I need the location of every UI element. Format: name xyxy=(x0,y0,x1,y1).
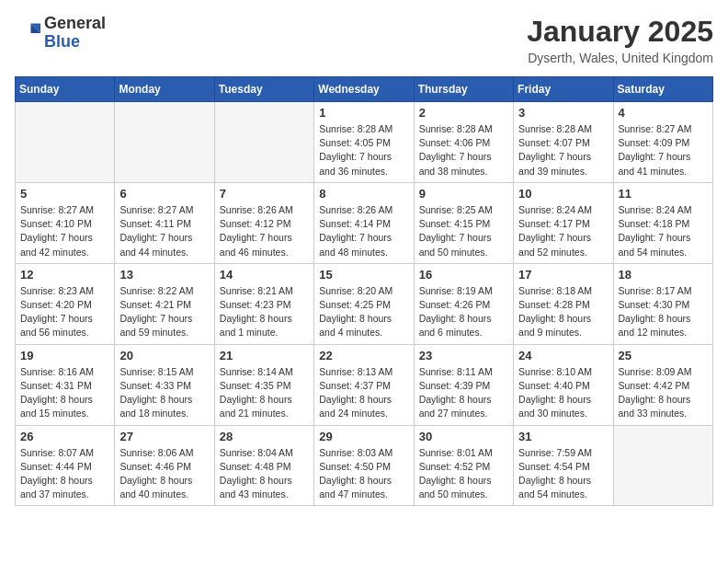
calendar-cell: 28Sunrise: 8:04 AM Sunset: 4:48 PM Dayli… xyxy=(214,425,313,506)
calendar-week-row: 26Sunrise: 8:07 AM Sunset: 4:44 PM Dayli… xyxy=(16,425,713,506)
day-info: Sunrise: 8:25 AM Sunset: 4:15 PM Dayligh… xyxy=(419,203,508,259)
day-info: Sunrise: 8:27 AM Sunset: 4:09 PM Dayligh… xyxy=(619,122,708,178)
calendar: SundayMondayTuesdayWednesdayThursdayFrid… xyxy=(15,76,713,506)
day-info: Sunrise: 8:28 AM Sunset: 4:07 PM Dayligh… xyxy=(518,122,608,178)
calendar-cell: 22Sunrise: 8:13 AM Sunset: 4:37 PM Dayli… xyxy=(314,344,414,425)
day-number: 30 xyxy=(419,430,508,443)
day-number: 22 xyxy=(319,349,408,362)
calendar-cell: 10Sunrise: 8:24 AM Sunset: 4:17 PM Dayli… xyxy=(514,182,613,263)
day-number: 5 xyxy=(20,187,109,201)
day-info: Sunrise: 8:09 AM Sunset: 4:42 PM Dayligh… xyxy=(619,365,708,421)
day-number: 1 xyxy=(319,106,408,120)
calendar-cell: 24Sunrise: 8:10 AM Sunset: 4:40 PM Dayli… xyxy=(514,344,613,425)
day-info: Sunrise: 8:14 AM Sunset: 4:35 PM Dayligh… xyxy=(220,365,309,421)
calendar-cell: 17Sunrise: 8:18 AM Sunset: 4:28 PM Dayli… xyxy=(514,263,613,344)
calendar-week-row: 19Sunrise: 8:16 AM Sunset: 4:31 PM Dayli… xyxy=(16,344,713,425)
day-info: Sunrise: 8:06 AM Sunset: 4:46 PM Dayligh… xyxy=(119,446,209,502)
day-number: 31 xyxy=(518,430,608,443)
calendar-cell xyxy=(16,102,115,183)
calendar-cell: 18Sunrise: 8:17 AM Sunset: 4:30 PM Dayli… xyxy=(613,263,712,344)
day-number: 10 xyxy=(518,187,608,201)
calendar-cell: 25Sunrise: 8:09 AM Sunset: 4:42 PM Dayli… xyxy=(613,344,712,425)
day-number: 16 xyxy=(419,268,508,282)
day-info: Sunrise: 8:24 AM Sunset: 4:18 PM Dayligh… xyxy=(619,203,708,259)
day-info: Sunrise: 7:59 AM Sunset: 4:54 PM Dayligh… xyxy=(518,446,608,502)
day-info: Sunrise: 8:15 AM Sunset: 4:33 PM Dayligh… xyxy=(119,365,209,421)
day-info: Sunrise: 8:26 AM Sunset: 4:12 PM Dayligh… xyxy=(220,203,309,259)
day-info: Sunrise: 8:27 AM Sunset: 4:10 PM Dayligh… xyxy=(20,203,109,259)
day-number: 25 xyxy=(619,349,708,362)
calendar-cell: 3Sunrise: 8:28 AM Sunset: 4:07 PM Daylig… xyxy=(514,102,613,183)
day-number: 14 xyxy=(220,268,309,282)
calendar-cell: 6Sunrise: 8:27 AM Sunset: 4:11 PM Daylig… xyxy=(115,182,214,263)
day-number: 9 xyxy=(419,187,508,201)
calendar-cell: 1Sunrise: 8:28 AM Sunset: 4:05 PM Daylig… xyxy=(314,102,414,183)
day-info: Sunrise: 8:24 AM Sunset: 4:17 PM Dayligh… xyxy=(518,203,608,259)
day-number: 19 xyxy=(20,349,109,362)
day-info: Sunrise: 8:11 AM Sunset: 4:39 PM Dayligh… xyxy=(419,365,508,421)
calendar-cell: 8Sunrise: 8:26 AM Sunset: 4:14 PM Daylig… xyxy=(314,182,414,263)
calendar-cell xyxy=(613,425,712,506)
calendar-cell: 21Sunrise: 8:14 AM Sunset: 4:35 PM Dayli… xyxy=(214,344,313,425)
calendar-cell: 20Sunrise: 8:15 AM Sunset: 4:33 PM Dayli… xyxy=(115,344,214,425)
day-info: Sunrise: 8:27 AM Sunset: 4:11 PM Dayligh… xyxy=(119,203,209,259)
calendar-cell: 23Sunrise: 8:11 AM Sunset: 4:39 PM Dayli… xyxy=(414,344,513,425)
calendar-cell: 7Sunrise: 8:26 AM Sunset: 4:12 PM Daylig… xyxy=(214,182,313,263)
calendar-cell: 14Sunrise: 8:21 AM Sunset: 4:23 PM Dayli… xyxy=(214,263,313,344)
day-info: Sunrise: 8:01 AM Sunset: 4:52 PM Dayligh… xyxy=(419,446,508,502)
day-number: 17 xyxy=(518,268,608,282)
calendar-week-row: 5Sunrise: 8:27 AM Sunset: 4:10 PM Daylig… xyxy=(16,182,713,263)
calendar-cell: 31Sunrise: 7:59 AM Sunset: 4:54 PM Dayli… xyxy=(514,425,613,506)
calendar-day-header: Tuesday xyxy=(214,77,313,102)
logo-text: General Blue xyxy=(44,15,106,52)
day-number: 8 xyxy=(319,187,408,201)
calendar-cell: 19Sunrise: 8:16 AM Sunset: 4:31 PM Dayli… xyxy=(16,344,115,425)
day-info: Sunrise: 8:07 AM Sunset: 4:44 PM Dayligh… xyxy=(20,446,109,502)
calendar-cell: 29Sunrise: 8:03 AM Sunset: 4:50 PM Dayli… xyxy=(314,425,414,506)
day-number: 2 xyxy=(419,106,508,120)
day-number: 21 xyxy=(220,349,309,362)
day-info: Sunrise: 8:13 AM Sunset: 4:37 PM Dayligh… xyxy=(319,365,408,421)
calendar-day-header: Friday xyxy=(514,77,613,102)
day-info: Sunrise: 8:22 AM Sunset: 4:21 PM Dayligh… xyxy=(119,284,209,340)
day-info: Sunrise: 8:28 AM Sunset: 4:06 PM Dayligh… xyxy=(419,122,508,178)
calendar-cell: 16Sunrise: 8:19 AM Sunset: 4:26 PM Dayli… xyxy=(414,263,513,344)
calendar-cell: 15Sunrise: 8:20 AM Sunset: 4:25 PM Dayli… xyxy=(314,263,414,344)
calendar-cell: 9Sunrise: 8:25 AM Sunset: 4:15 PM Daylig… xyxy=(414,182,513,263)
calendar-day-header: Saturday xyxy=(613,77,712,102)
title-block: January 2025 Dyserth, Wales, United King… xyxy=(527,15,713,65)
day-info: Sunrise: 8:21 AM Sunset: 4:23 PM Dayligh… xyxy=(220,284,309,340)
calendar-week-row: 12Sunrise: 8:23 AM Sunset: 4:20 PM Dayli… xyxy=(16,263,713,344)
day-number: 3 xyxy=(518,106,608,120)
calendar-header-row: SundayMondayTuesdayWednesdayThursdayFrid… xyxy=(16,77,713,102)
day-info: Sunrise: 8:04 AM Sunset: 4:48 PM Dayligh… xyxy=(220,446,309,502)
day-info: Sunrise: 8:18 AM Sunset: 4:28 PM Dayligh… xyxy=(518,284,608,340)
day-info: Sunrise: 8:23 AM Sunset: 4:20 PM Dayligh… xyxy=(20,284,109,340)
month-year: January 2025 xyxy=(527,15,713,49)
day-number: 27 xyxy=(119,430,209,443)
calendar-cell: 30Sunrise: 8:01 AM Sunset: 4:52 PM Dayli… xyxy=(414,425,513,506)
day-info: Sunrise: 8:20 AM Sunset: 4:25 PM Dayligh… xyxy=(319,284,408,340)
calendar-cell: 4Sunrise: 8:27 AM Sunset: 4:09 PM Daylig… xyxy=(613,102,712,183)
calendar-cell xyxy=(214,102,313,183)
day-number: 24 xyxy=(518,349,608,362)
day-number: 4 xyxy=(619,106,708,120)
location: Dyserth, Wales, United Kingdom xyxy=(527,51,713,65)
calendar-week-row: 1Sunrise: 8:28 AM Sunset: 4:05 PM Daylig… xyxy=(16,102,713,183)
day-info: Sunrise: 8:26 AM Sunset: 4:14 PM Dayligh… xyxy=(319,203,408,259)
logo-icon xyxy=(15,20,40,46)
day-number: 12 xyxy=(20,268,109,282)
day-info: Sunrise: 8:19 AM Sunset: 4:26 PM Dayligh… xyxy=(419,284,508,340)
day-number: 26 xyxy=(20,430,109,443)
day-info: Sunrise: 8:17 AM Sunset: 4:30 PM Dayligh… xyxy=(619,284,708,340)
calendar-cell: 11Sunrise: 8:24 AM Sunset: 4:18 PM Dayli… xyxy=(613,182,712,263)
calendar-day-header: Sunday xyxy=(16,77,115,102)
day-number: 28 xyxy=(220,430,309,443)
day-info: Sunrise: 8:28 AM Sunset: 4:05 PM Dayligh… xyxy=(319,122,408,178)
day-info: Sunrise: 8:16 AM Sunset: 4:31 PM Dayligh… xyxy=(20,365,109,421)
day-info: Sunrise: 8:03 AM Sunset: 4:50 PM Dayligh… xyxy=(319,446,408,502)
calendar-cell: 13Sunrise: 8:22 AM Sunset: 4:21 PM Dayli… xyxy=(115,263,214,344)
calendar-day-header: Monday xyxy=(115,77,214,102)
day-number: 20 xyxy=(119,349,209,362)
day-number: 11 xyxy=(619,187,708,201)
